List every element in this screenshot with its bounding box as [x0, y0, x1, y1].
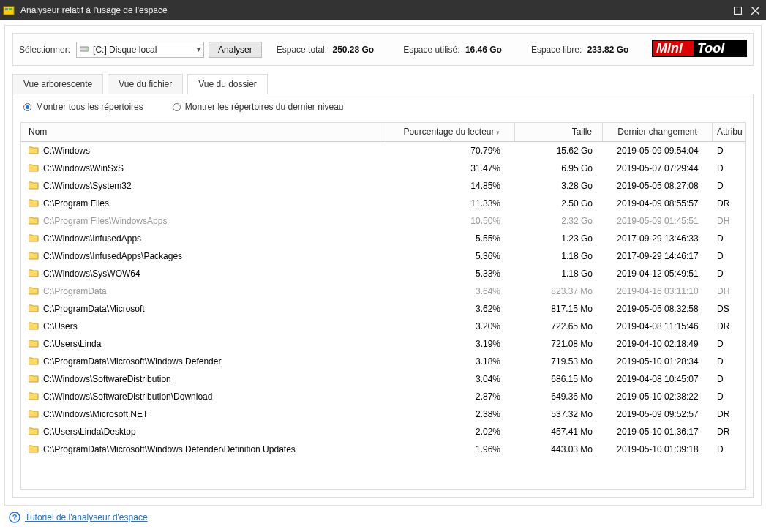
cell-size: 817.15 Mo: [515, 301, 603, 316]
tab-tree-view[interactable]: Vue arborescente: [12, 74, 103, 94]
table-row[interactable]: C:\ProgramData\Microsoft3.62%817.15 Mo20…: [21, 300, 745, 318]
table-row[interactable]: C:\Windows\Microsoft.NET2.38%537.32 Mo20…: [21, 405, 745, 423]
cell-attr: DR: [713, 407, 742, 422]
radio-show-all-label: Montrer tous les répertoires: [36, 102, 143, 112]
tab-file-view[interactable]: Vue du fichier: [108, 74, 183, 94]
folder-icon: [29, 217, 39, 225]
radio-show-last-level[interactable]: Montrer les répertoires du dernier nivea…: [173, 102, 344, 112]
cell-percent: 5.55%: [383, 231, 515, 246]
folder-icon: [29, 357, 39, 365]
close-button[interactable]: [748, 4, 762, 17]
space-used: Espace utilisé: 16.46 Go: [403, 45, 502, 55]
cell-date: 2019-05-05 08:27:08: [603, 179, 713, 193]
folder-path: C:\Windows\SysWOW64: [43, 269, 140, 279]
radio-show-all[interactable]: Montrer tous les répertoires: [23, 102, 143, 112]
table-row[interactable]: C:\Windows\SysWOW645.33%1.18 Go2019-04-1…: [21, 265, 745, 282]
table-row[interactable]: C:\Windows\SoftwareDistribution\Download…: [21, 388, 745, 405]
titlebar[interactable]: Analyseur relatif à l'usage de l'espace: [0, 0, 766, 20]
table-row[interactable]: C:\Windows\InfusedApps\Packages5.36%1.18…: [21, 247, 745, 265]
table-row[interactable]: C:\Program Files11.33%2.50 Go2019-04-09 …: [21, 195, 745, 212]
col-header-size[interactable]: Taille: [515, 123, 603, 141]
radio-selected-icon: [23, 103, 31, 111]
folder-path: C:\Users\Linda\Desktop: [43, 427, 136, 437]
cell-name: C:\Windows\Microsoft.NET: [21, 407, 383, 422]
cell-name: C:\Users\Linda\Desktop: [21, 424, 383, 439]
folder-icon: [29, 375, 39, 383]
cell-size: 721.08 Mo: [515, 337, 603, 351]
folder-path: C:\Windows\System32: [43, 181, 132, 191]
cell-percent: 11.33%: [383, 196, 515, 211]
space-total: Espace total: 250.28 Go: [277, 45, 374, 55]
cell-percent: 5.33%: [383, 266, 515, 281]
cell-attr: D: [713, 372, 742, 386]
table-row[interactable]: C:\ProgramData3.64%823.37 Mo2019-04-16 0…: [21, 282, 745, 300]
col-header-percent[interactable]: Pourcentage du lecteur: [383, 123, 515, 141]
tab-folder-view[interactable]: Vue du dossier: [187, 74, 268, 94]
table-row[interactable]: C:\Windows\InfusedApps5.55%1.23 Go2017-0…: [21, 230, 745, 247]
col-header-date[interactable]: Dernier changement: [603, 123, 713, 141]
app-icon: [3, 4, 15, 16]
table-row[interactable]: C:\Users\Linda\Desktop2.02%457.41 Mo2019…: [21, 423, 745, 441]
cell-name: C:\Windows\InfusedApps\Packages: [21, 249, 383, 263]
logo: Mini Tool: [652, 40, 747, 59]
toolbar: Sélectionner: [C:] Disque local ▾ Analys…: [12, 33, 754, 66]
cell-percent: 70.79%: [383, 143, 515, 158]
folder-icon: [29, 234, 39, 242]
cell-date: 2019-05-10 01:36:17: [603, 424, 713, 439]
cell-size: 722.65 Mo: [515, 319, 603, 334]
table-row[interactable]: C:\Windows70.79%15.62 Go2019-05-09 09:54…: [21, 142, 745, 160]
cell-percent: 10.50%: [383, 214, 515, 228]
chevron-down-icon: ▾: [197, 45, 200, 53]
space-used-label: Espace utilisé:: [403, 45, 459, 55]
cell-name: C:\Users: [21, 319, 383, 334]
inner-frame: Sélectionner: [C:] Disque local ▾ Analys…: [4, 25, 762, 506]
filter-radios: Montrer tous les répertoires Montrer les…: [13, 94, 753, 119]
tutorial-link[interactable]: Tutoriel de l'analyseur d'espace: [25, 512, 148, 522]
drive-dropdown[interactable]: [C:] Disque local ▾: [76, 42, 204, 58]
table-row[interactable]: C:\Windows\System3214.85%3.28 Go2019-05-…: [21, 177, 745, 195]
help-icon: ?: [9, 512, 20, 523]
folder-icon: [29, 164, 39, 172]
cell-date: 2019-04-12 05:49:51: [603, 266, 713, 281]
table-row[interactable]: C:\ProgramData\Microsoft\Windows Defende…: [21, 441, 745, 458]
select-label: Sélectionner:: [19, 45, 70, 55]
folder-icon: [29, 252, 39, 260]
folder-path: C:\Users: [43, 321, 78, 331]
analyze-button[interactable]: Analyser: [209, 42, 262, 58]
drive-value: [C:] Disque local: [93, 45, 197, 55]
table-row[interactable]: C:\Users\Linda3.19%721.08 Mo2019-04-10 0…: [21, 335, 745, 353]
cell-attr: D: [713, 143, 742, 158]
cell-size: 649.36 Mo: [515, 389, 603, 404]
folder-icon: [29, 199, 39, 207]
table-row[interactable]: C:\Users3.20%722.65 Mo2019-04-08 11:15:4…: [21, 318, 745, 335]
cell-attr: D: [713, 337, 742, 351]
cell-size: 719.53 Mo: [515, 354, 603, 369]
folder-path: C:\Users\Linda: [43, 339, 101, 349]
radio-show-last-label: Montrer les répertoires du dernier nivea…: [185, 102, 344, 112]
table-row[interactable]: C:\Program Files\WindowsApps10.50%2.32 G…: [21, 212, 745, 230]
grid-body[interactable]: C:\Windows70.79%15.62 Go2019-05-09 09:54…: [21, 142, 745, 489]
table-row[interactable]: C:\Windows\SoftwareDistribution3.04%686.…: [21, 370, 745, 388]
cell-percent: 14.85%: [383, 179, 515, 193]
main-area: Sélectionner: [C:] Disque local ▾ Analys…: [0, 20, 766, 532]
folder-path: C:\Windows\Microsoft.NET: [43, 409, 148, 419]
cell-attr: DS: [713, 301, 742, 316]
cell-name: C:\Program Files\WindowsApps: [21, 214, 383, 228]
cell-name: C:\ProgramData\Microsoft\Windows Defende…: [21, 354, 383, 369]
svg-text:Mini: Mini: [656, 41, 683, 56]
col-header-name[interactable]: Nom: [21, 123, 383, 141]
view-tabs: Vue arborescente Vue du fichier Vue du d…: [12, 74, 754, 94]
folder-path: C:\Windows\SoftwareDistribution: [43, 374, 171, 384]
table-row[interactable]: C:\ProgramData\Microsoft\Windows Defende…: [21, 353, 745, 370]
folder-icon: [29, 340, 39, 348]
cell-date: 2019-04-16 03:11:10: [603, 284, 713, 299]
table-row[interactable]: C:\Windows\WinSxS31.47%6.95 Go2019-05-07…: [21, 160, 745, 177]
col-header-attr[interactable]: Attribu: [713, 123, 742, 141]
cell-percent: 2.02%: [383, 424, 515, 439]
maximize-button[interactable]: [731, 4, 744, 17]
cell-name: C:\Windows\SoftwareDistribution\Download: [21, 389, 383, 404]
cell-percent: 2.87%: [383, 389, 515, 404]
cell-date: 2019-04-10 02:18:49: [603, 337, 713, 351]
cell-date: 2017-09-29 14:46:17: [603, 249, 713, 263]
cell-attr: DR: [713, 196, 742, 211]
